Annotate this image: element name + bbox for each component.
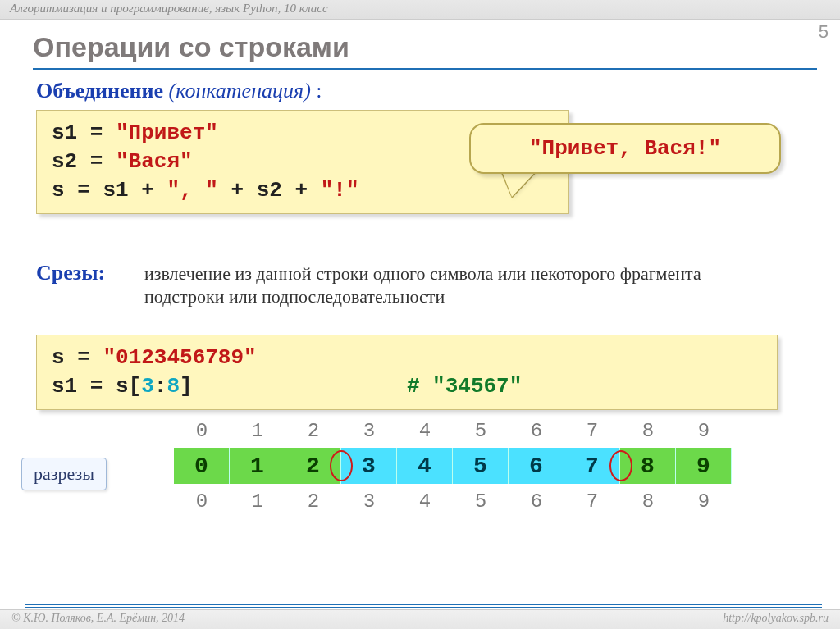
index-label: 1 [230,490,285,513]
index-label: 9 [676,490,732,513]
cuts-label: разрезы [21,458,107,490]
index-label: 3 [341,420,397,442]
footer-bar: © К.Ю. Поляков, Е.А. Ерёмин, 2014 http:/… [0,609,840,629]
code-text: s1 = [52,121,116,145]
char-cells: 0123456789 [174,448,732,484]
index-label: 6 [509,490,564,513]
concat-heading: Объединение (конкатенация) : [36,79,322,103]
code-number: 3 [141,374,154,399]
index-label: 0 [174,490,230,513]
header-bar: Алгоритмизация и программирование, язык … [0,0,840,20]
index-label: 3 [341,490,397,513]
char-cell: 9 [676,448,732,484]
index-label: 2 [285,420,341,442]
code-string: ", " [167,178,217,203]
char-cell: 1 [230,448,285,484]
index-label: 1 [230,420,285,442]
footer-right: http://kpolyakov.spb.ru [723,612,829,627]
index-label: 4 [397,490,453,513]
concat-label: Объединение [36,79,163,103]
concat-result-callout: "Привет, Вася!" [469,123,781,174]
code-text: s = [52,345,103,370]
slide-title: Операции со строками [33,31,349,63]
index-label: 4 [397,420,453,442]
page-number: 5 [819,21,829,43]
code-comment: # "34567" [407,374,522,399]
code-string: "Вася" [116,149,193,174]
index-label: 7 [564,420,620,442]
char-cell: 4 [397,448,453,484]
char-cell: 6 [509,448,564,484]
code-text: s2 = [52,149,116,174]
index-label: 7 [564,490,620,513]
code-text: + s2 + [218,178,321,203]
index-label: 0 [174,420,230,442]
divider-bottom [25,604,822,608]
code-text: s1 = s[ [52,374,141,399]
index-label: 5 [453,490,509,513]
char-cell: 0 [174,448,230,484]
footer-left: © К.Ю. Поляков, Е.А. Ерёмин, 2014 [11,612,185,627]
cut-marker-icon [330,450,353,481]
slices-desc: извлечение из данной строки одного симво… [144,262,776,308]
code-text: ] [180,374,193,399]
char-cell: 5 [453,448,509,484]
slices-heading: Срезы: [36,261,105,285]
code-text: s = s1 + [52,178,167,203]
code-string: "0123456789" [103,345,256,370]
code-number: 8 [167,374,180,399]
cut-marker-icon [609,450,632,481]
code-slices: s = "0123456789" s1 = s[3:8] # "34567" [36,335,778,410]
index-label: 5 [453,420,509,442]
index-row-top: 0123456789 [174,420,732,442]
divider-top [33,66,817,69]
concat-colon: : [311,79,322,103]
index-label: 6 [509,420,564,442]
code-string: "!" [321,178,359,203]
index-label: 8 [620,490,676,513]
index-label: 2 [285,490,341,513]
concat-paren: (конкатенация) [169,79,311,103]
index-label: 9 [676,420,732,442]
code-text: : [154,374,167,399]
code-string: "Привет" [116,121,218,145]
index-label: 8 [620,420,676,442]
index-row-bottom: 0123456789 [174,490,732,513]
